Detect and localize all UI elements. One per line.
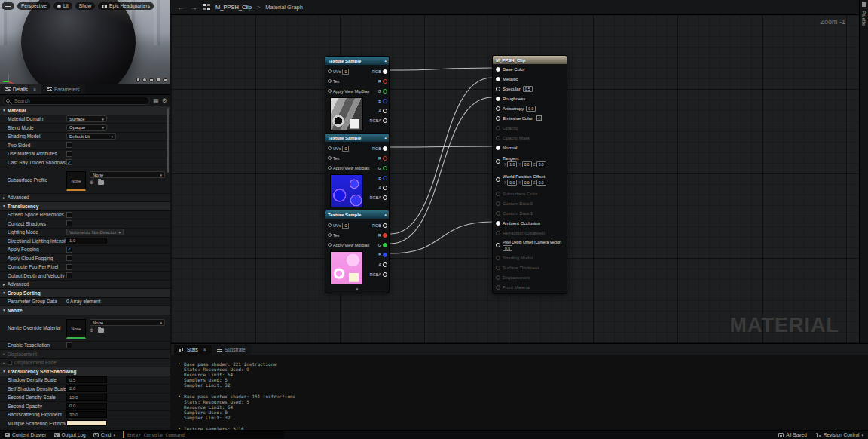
value-input[interactable]: 0.0	[503, 245, 512, 251]
expand-icon[interactable]: ▾	[326, 286, 389, 293]
checkbox-compute-fog-per-pixel[interactable]	[66, 264, 72, 270]
checkbox-two-sided[interactable]	[66, 142, 72, 148]
camera-preset-button[interactable]: Epic Headquarters	[98, 2, 154, 10]
gear-icon[interactable]: ⚙	[162, 98, 167, 104]
checkbox-contact-shadows[interactable]	[66, 220, 72, 226]
input-pin-pixel-depth-offset-camera-vector[interactable]	[496, 243, 500, 247]
dropdown-material-domain[interactable]: Surface▾	[66, 115, 107, 122]
vector-input[interactable]: 1.0	[507, 161, 517, 167]
number-input-shadow-density-scale[interactable]: 0.5	[66, 376, 107, 383]
input-pin[interactable]	[328, 156, 332, 160]
input-pin[interactable]	[328, 166, 332, 170]
input-pin-anisotropy[interactable]	[496, 106, 500, 111]
output-pin-a[interactable]	[383, 262, 387, 267]
output-pin-g[interactable]	[383, 243, 387, 247]
input-pin-roughness[interactable]	[496, 97, 500, 101]
tab-details[interactable]: Details ×	[0, 84, 41, 94]
emissive-color-swatch[interactable]	[536, 115, 542, 121]
output-pin-a[interactable]	[383, 109, 387, 113]
details-scrollbar[interactable]	[167, 108, 169, 173]
close-icon[interactable]: ×	[203, 347, 206, 352]
texture-sample-node-3[interactable]: Texture Sample▴UVs0TexApply View MipBias…	[325, 210, 390, 293]
input-pin-tangent[interactable]	[496, 159, 500, 164]
material-preview-viewport[interactable]: Perspective Lit Show Epic Headquarters	[0, 0, 170, 84]
output-pin-g[interactable]	[383, 89, 387, 94]
collapse-icon[interactable]: ▴	[384, 213, 387, 216]
checkbox-apply-cloud-fogging[interactable]	[66, 255, 72, 261]
cube-mesh-button[interactable]	[155, 77, 161, 83]
output-log-button[interactable]: Output Log	[54, 432, 86, 437]
collapsed-row-advanced[interactable]: ▸Advanced	[0, 281, 170, 290]
asset-dropdown[interactable]: None▾	[90, 171, 165, 178]
cylinder-mesh-button[interactable]	[135, 77, 141, 83]
output-pin-rgba[interactable]	[383, 272, 387, 277]
output-pin-rgb[interactable]	[383, 223, 387, 228]
output-pin-r[interactable]	[383, 79, 387, 84]
input-pin-metallic[interactable]	[496, 77, 500, 81]
perspective-button[interactable]: Perspective	[17, 2, 50, 10]
plane-mesh-button[interactable]	[148, 77, 154, 83]
uv-index-input[interactable]: 0	[342, 69, 349, 75]
breadcrumb-asset[interactable]: M_PPSH_Clip	[215, 4, 252, 11]
output-pin-b[interactable]	[383, 99, 387, 103]
teapot-mesh-button[interactable]	[162, 77, 168, 83]
wire[interactable]	[390, 97, 492, 244]
number-input-self-shadow-density-scale[interactable]: 2.0	[66, 385, 107, 392]
wire[interactable]	[390, 146, 492, 147]
number-input-second-density-scale[interactable]: 10.0	[66, 394, 107, 401]
vector-input[interactable]: 0.0	[507, 180, 517, 186]
dropdown-blend-mode[interactable]: Opaque▾	[66, 124, 107, 131]
output-pin-r[interactable]	[383, 156, 387, 161]
output-pin-rgba[interactable]	[383, 195, 387, 200]
checkbox-apply-fogging[interactable]: ✓	[66, 247, 72, 253]
number-input-backscattering-exponent[interactable]: 30.0	[66, 411, 107, 418]
browse-to-asset-icon[interactable]	[98, 180, 104, 185]
input-pin-specular[interactable]	[496, 87, 500, 91]
section-header-translucency[interactable]: ▾Translucency	[0, 202, 170, 211]
value-input[interactable]: 0.5	[523, 86, 533, 92]
input-pin[interactable]	[328, 89, 332, 93]
tab-palette[interactable]: Palette	[861, 11, 866, 26]
output-pin-rgba[interactable]	[383, 118, 387, 123]
cmd-selector[interactable]: Cmd ▾	[93, 432, 115, 437]
lit-mode-button[interactable]: Lit	[53, 2, 72, 10]
section-header-nanite[interactable]: ▾Nanite	[0, 306, 170, 315]
input-pin[interactable]	[328, 69, 332, 73]
back-button[interactable]: ←	[177, 4, 185, 11]
vector-input[interactable]: 0.0	[522, 180, 532, 186]
asset-thumbnail[interactable]: None	[66, 319, 86, 339]
input-pin-base-color[interactable]	[496, 67, 500, 72]
output-pin-r[interactable]	[383, 233, 387, 238]
use-selected-asset-icon[interactable]: ⊕	[90, 180, 94, 186]
checkbox-cast-ray-traced-shadows[interactable]: ✓	[66, 159, 72, 165]
wire[interactable]	[390, 222, 492, 253]
uv-index-input[interactable]: 0	[342, 223, 349, 229]
number-input-directional-lighting-intensity[interactable]: 1.0	[66, 238, 107, 244]
vector-input[interactable]: 0.0	[536, 180, 546, 186]
browse-to-asset-icon[interactable]	[98, 328, 104, 333]
value-input[interactable]: 0.0	[526, 106, 536, 112]
output-pin-rgb[interactable]	[383, 69, 387, 74]
graph-canvas[interactable]: Texture Sample▴UVs0TexApply View MipBias…	[171, 15, 859, 343]
input-pin-world-position-offset[interactable]	[496, 177, 500, 182]
tab-parameters[interactable]: Parameters	[41, 84, 85, 94]
show-menu-button[interactable]: Show	[75, 2, 95, 10]
section-header-translucency-self-shadowing[interactable]: ▾Translucency Self Shadowing	[0, 367, 170, 376]
vector-input[interactable]: 0.0	[522, 161, 532, 167]
section-header-material[interactable]: ▾Material	[0, 106, 170, 115]
vector-input[interactable]: 0.0	[536, 161, 546, 167]
display-filter-icon[interactable]: ▦	[153, 98, 159, 104]
asset-dropdown[interactable]: None▾	[90, 319, 165, 326]
asset-thumbnail[interactable]: None	[66, 171, 86, 191]
close-icon[interactable]: ×	[33, 87, 36, 92]
output-pin-b[interactable]	[383, 176, 387, 180]
input-pin-ambient-occlusion[interactable]	[496, 221, 500, 226]
output-pin-rgb[interactable]	[383, 146, 387, 151]
input-pin[interactable]	[328, 223, 332, 227]
texture-sample-node-2[interactable]: Texture Sample▴UVs0TexApply View MipBias…	[325, 133, 390, 216]
checkbox-enable-tessellation[interactable]	[66, 342, 72, 348]
console-command-input[interactable]	[123, 431, 284, 438]
output-pin-b[interactable]	[383, 253, 387, 257]
search-input[interactable]	[3, 97, 150, 105]
collapse-icon[interactable]: ▴	[384, 136, 387, 140]
